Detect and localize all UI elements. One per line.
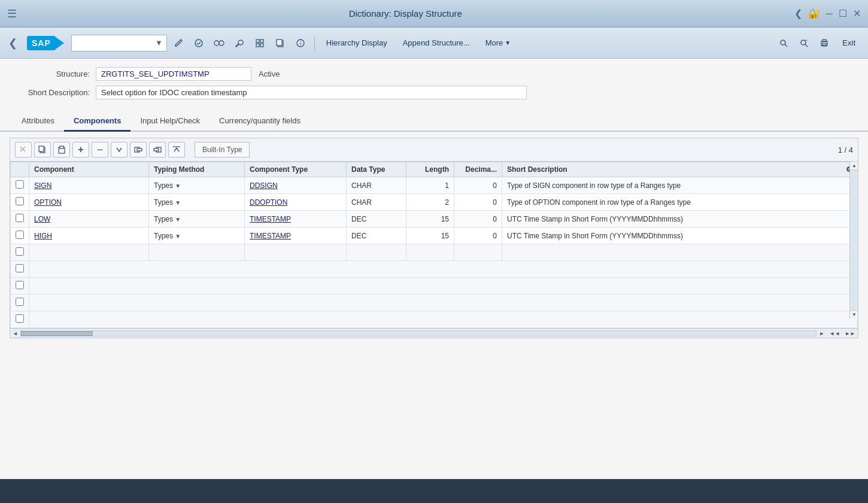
built-in-type-btn[interactable]: Built-In Type	[195, 142, 250, 157]
type-link-2[interactable]: DDOPTION	[250, 198, 287, 207]
function-toolbar-btn[interactable]	[251, 34, 269, 52]
tab-input-help[interactable]: Input Help/Check	[130, 111, 210, 132]
td-decimal-1: 0	[454, 177, 502, 194]
edit-toolbar-btn[interactable]	[169, 34, 187, 52]
close-icon[interactable]: ✕	[853, 8, 861, 19]
empty-checkbox-9[interactable]	[11, 311, 29, 328]
info-toolbar-btn[interactable]: i	[292, 34, 309, 52]
component-link-4[interactable]: HIGH	[34, 232, 52, 240]
h-scroll-far-left-btn[interactable]: ◄◄	[827, 331, 842, 337]
append-structure-btn[interactable]: Append Structure...	[396, 34, 477, 52]
move-right-btn[interactable]	[130, 142, 147, 157]
th-decimal[interactable]: Decima...	[454, 162, 502, 177]
row-8-checkbox[interactable]	[16, 298, 24, 306]
tab-currency[interactable]: Currency/quantity fields	[210, 111, 310, 132]
copy-icon	[275, 38, 285, 48]
maximize-icon[interactable]: ☐	[839, 8, 847, 19]
activate-toolbar-btn[interactable]	[190, 34, 208, 52]
empty-component-5[interactable]	[29, 244, 149, 261]
exit-btn[interactable]: Exit	[836, 34, 862, 52]
row-7-checkbox[interactable]	[16, 281, 24, 289]
th-component[interactable]: Component	[29, 162, 149, 177]
td-typing-method-2: Types ▼	[149, 194, 245, 211]
tools-toolbar-btn[interactable]	[230, 34, 248, 52]
back-button[interactable]: ❮	[6, 34, 20, 52]
td-component-type-2[interactable]: DDOPTION	[245, 194, 347, 211]
type-link-3[interactable]: TIMESTAMP	[250, 215, 291, 223]
move-left-btn[interactable]	[149, 142, 166, 157]
add-row-btn[interactable]: +	[72, 142, 89, 157]
scroll-down-btn[interactable]: ▼	[850, 310, 858, 319]
svg-rect-8	[277, 40, 282, 46]
empty-checkbox-7[interactable]	[11, 278, 29, 295]
hierarchy-display-btn[interactable]: Hierarchy Display	[320, 34, 394, 52]
td-checkbox-2[interactable]	[11, 194, 29, 211]
cut-btn[interactable]	[15, 142, 32, 157]
check-toolbar-btn[interactable]	[210, 34, 228, 52]
h-scroll-right-btn[interactable]: ►	[817, 331, 827, 337]
nav-back-icon[interactable]: ❮	[794, 8, 802, 19]
scroll-up-btn[interactable]: ▲	[850, 162, 858, 170]
title-bar-controls: ❮ 🔐 ─ ☐ ✕	[794, 8, 861, 19]
h-scroll-left-btn[interactable]: ◄	[10, 331, 20, 337]
nav-dropdown[interactable]: ▼	[71, 35, 167, 51]
row-9-checkbox[interactable]	[16, 314, 24, 323]
row-5-checkbox[interactable]	[16, 247, 24, 256]
search-toolbar-btn[interactable]	[775, 34, 793, 52]
tab-components[interactable]: Components	[64, 111, 130, 132]
empty-checkbox-5[interactable]	[11, 244, 29, 261]
hamburger-menu[interactable]: ☰	[7, 7, 17, 20]
td-checkbox-4[interactable]	[11, 228, 29, 244]
td-component-type-3[interactable]: TIMESTAMP	[245, 211, 347, 228]
td-checkbox-3[interactable]	[11, 211, 29, 228]
th-short-desc[interactable]: Short Description ⚙	[502, 162, 858, 177]
lock-icon[interactable]: 🔐	[808, 8, 820, 19]
delete-row-btn[interactable]: −	[92, 142, 108, 157]
more-btn[interactable]: More ▼	[479, 34, 518, 52]
copy-toolbar-btn[interactable]	[271, 34, 289, 52]
row-2-checkbox[interactable]	[16, 197, 24, 205]
zoom-toolbar-btn[interactable]: +	[795, 34, 813, 52]
td-component-1[interactable]: SIGN	[29, 177, 149, 194]
empty-checkbox-8[interactable]	[11, 295, 29, 311]
typing-method-arrow-4[interactable]: ▼	[175, 233, 181, 240]
minimize-icon[interactable]: ─	[826, 8, 833, 19]
type-link-1[interactable]: DDSIGN	[250, 181, 278, 190]
td-checkbox-1[interactable]	[11, 177, 29, 194]
row-1-checkbox[interactable]	[16, 180, 24, 189]
typing-method-arrow-2[interactable]: ▼	[175, 199, 181, 206]
th-length[interactable]: Length	[406, 162, 454, 177]
empty-typing-5	[149, 244, 245, 261]
copy-row-btn[interactable]	[34, 142, 51, 157]
empty-checkbox-6[interactable]	[11, 261, 29, 278]
th-data-type[interactable]: Data Type	[347, 162, 406, 177]
td-component-2[interactable]: OPTION	[29, 194, 149, 211]
td-length-2: 2	[406, 194, 454, 211]
th-component-type[interactable]: Component Type	[245, 162, 347, 177]
row-6-checkbox[interactable]	[16, 264, 24, 272]
td-component-3[interactable]: LOW	[29, 211, 149, 228]
svg-point-2	[219, 41, 224, 46]
print-toolbar-btn[interactable]	[815, 34, 833, 52]
td-short-desc-3: UTC Time Stamp in Short Form (YYYYMMDDhh…	[502, 211, 858, 228]
row-4-checkbox[interactable]	[16, 231, 24, 239]
h-scroll-far-right-btn[interactable]: ►►	[842, 331, 858, 337]
td-component-type-4[interactable]: TIMESTAMP	[245, 228, 347, 244]
row-3-checkbox[interactable]	[16, 214, 24, 222]
component-link-2[interactable]: OPTION	[34, 198, 62, 207]
title-bar: ☰ Dictionary: Display Structure ❮ 🔐 ─ ☐ …	[0, 0, 868, 28]
type-link-4[interactable]: TIMESTAMP	[250, 232, 291, 240]
move-top-btn[interactable]	[168, 142, 185, 157]
td-component-4[interactable]: HIGH	[29, 228, 149, 244]
component-link-1[interactable]: SIGN	[34, 181, 51, 190]
move-down-btn[interactable]	[111, 142, 128, 157]
tab-attributes[interactable]: Attributes	[12, 111, 64, 132]
typing-method-arrow-3[interactable]: ▼	[175, 216, 181, 223]
th-typing-method[interactable]: Typing Method	[149, 162, 245, 177]
td-typing-method-1: Types ▼	[149, 177, 245, 194]
paste-btn[interactable]	[53, 142, 70, 157]
td-component-type-1[interactable]: DDSIGN	[245, 177, 347, 194]
typing-method-arrow-1[interactable]: ▼	[175, 183, 181, 189]
td-typing-method-4: Types ▼	[149, 228, 245, 244]
component-link-3[interactable]: LOW	[34, 215, 50, 223]
